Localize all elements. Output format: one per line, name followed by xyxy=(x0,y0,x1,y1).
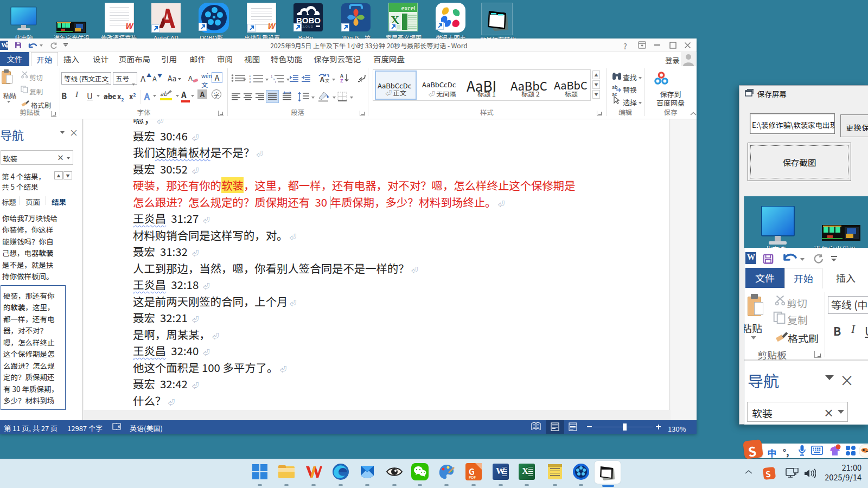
svg-text:C L O U D: C L O U D xyxy=(301,25,313,28)
svg-text:文: 文 xyxy=(325,78,329,83)
svg-text:Z: Z xyxy=(340,77,343,83)
svg-text:i: i xyxy=(275,79,276,83)
svg-text:1: 1 xyxy=(271,74,272,79)
svg-text:a: a xyxy=(273,76,275,81)
svg-text:3: 3 xyxy=(249,79,251,83)
svg-text:A: A xyxy=(320,74,324,83)
